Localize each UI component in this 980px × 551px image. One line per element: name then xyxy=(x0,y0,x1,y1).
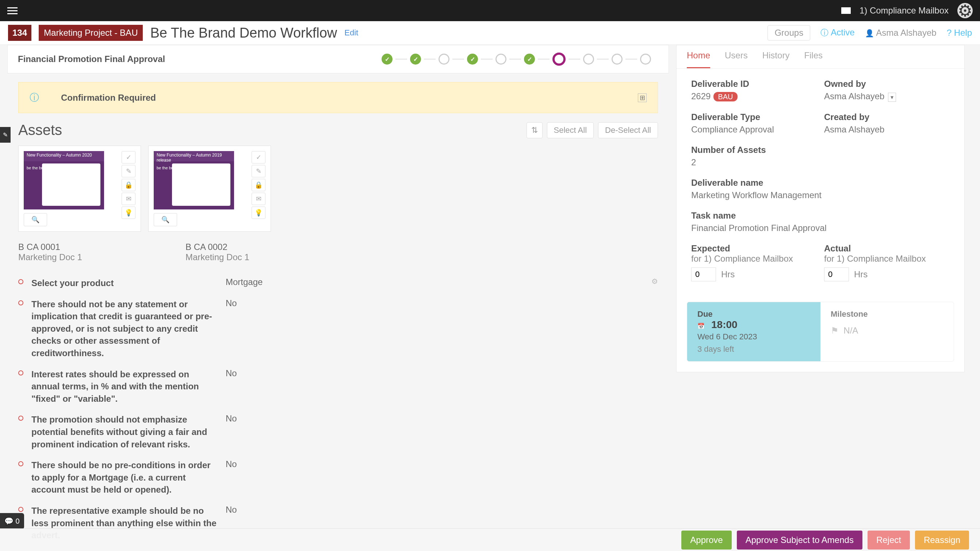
edit-link[interactable]: Edit xyxy=(344,28,358,38)
action-bar: Approve Approve Subject to Amends Reject… xyxy=(0,529,980,551)
owned-by-value: Asma Alshayeb xyxy=(824,91,885,101)
created-by-label: Created by xyxy=(824,112,950,122)
menu-icon[interactable] xyxy=(7,7,18,14)
asset-edit-icon[interactable]: ✎ xyxy=(251,165,266,177)
workflow-title: Be The Brand Demo Workflow xyxy=(150,25,337,41)
owner-dropdown-icon[interactable]: ▾ xyxy=(888,93,896,102)
chat-counter[interactable]: 💬 0 xyxy=(0,513,24,529)
stage-label: Financial Promotion Final Approval xyxy=(18,54,165,64)
bullet-icon xyxy=(18,507,23,512)
q4-answer: No xyxy=(226,459,237,469)
project-badge[interactable]: Marketing Project - BAU xyxy=(39,25,143,41)
bullet-icon xyxy=(18,300,23,305)
stage-step-4[interactable] xyxy=(467,54,478,65)
tab-history[interactable]: History xyxy=(762,50,790,68)
asset-edit-icon[interactable]: ✎ xyxy=(122,165,135,177)
asset-select-icon[interactable]: ✓ xyxy=(122,151,135,164)
workflow-header: 134 Marketing Project - BAU Be The Brand… xyxy=(0,21,980,45)
assets-sort-button[interactable]: ⇅ xyxy=(527,122,542,138)
alert-expand-button[interactable]: ⊞ xyxy=(638,94,647,102)
asset-annotate-icon[interactable]: ✉ xyxy=(122,193,135,205)
q5-answer: No xyxy=(226,505,237,515)
asset-card-1[interactable]: New Functionality – Autumn 2020 be the b… xyxy=(18,146,141,232)
due-date: Wed 6 Dec 2023 xyxy=(697,332,810,341)
q-product-config-icon[interactable]: ⚙ xyxy=(651,277,658,286)
deselect-all-button[interactable]: De-Select All xyxy=(598,122,658,138)
status-active: Active xyxy=(821,27,854,38)
flag-icon: ⚑ xyxy=(830,326,839,335)
asset-2-code: B CA 0002 xyxy=(186,242,308,252)
info-icon: ⓘ xyxy=(30,91,39,104)
asset-select-icon[interactable]: ✓ xyxy=(251,151,266,164)
stage-row: Financial Promotion Final Approval xyxy=(7,45,669,73)
bullet-icon xyxy=(18,461,23,466)
expected-hours-input[interactable] xyxy=(691,267,716,281)
asset-zoom-button[interactable]: 🔍 xyxy=(154,213,177,226)
asset-thumbnail-2[interactable]: New Functionality – Autumn 2019 release … xyxy=(154,151,234,210)
asset-1-name: Marketing Doc 1 xyxy=(18,252,141,262)
due-time: 18:00 xyxy=(711,319,738,330)
side-edit-tab[interactable]: ✎ xyxy=(0,127,11,143)
asset-1-code: B CA 0001 xyxy=(18,242,141,252)
num-assets-value: 2 xyxy=(691,157,950,167)
bullet-icon xyxy=(18,279,23,284)
stage-progress xyxy=(382,52,651,66)
q-product-label: Select your product xyxy=(32,277,218,289)
asset-idea-icon[interactable]: 💡 xyxy=(251,206,266,219)
milestone-value: N/A xyxy=(843,326,858,335)
task-name-value: Financial Promotion Final Approval xyxy=(691,223,950,233)
q3-label: The promotion should not emphasize poten… xyxy=(32,413,218,450)
q4-label: There should be no pre-conditions in ord… xyxy=(32,459,218,496)
q3-answer: No xyxy=(226,413,237,424)
actual-hours-input[interactable] xyxy=(824,267,849,281)
stage-step-2[interactable] xyxy=(410,54,421,65)
help-link[interactable]: Help xyxy=(947,28,972,38)
bullet-icon xyxy=(18,370,23,375)
asset-idea-icon[interactable]: 💡 xyxy=(122,206,135,219)
assets-heading: Assets xyxy=(18,122,62,138)
q1-answer: No xyxy=(226,298,237,308)
q1-label: There should not be any statement or imp… xyxy=(32,298,218,359)
topbar: 1) Compliance Mailbox xyxy=(0,0,980,21)
tab-users[interactable]: Users xyxy=(725,50,748,68)
stage-step-1[interactable] xyxy=(382,54,393,65)
task-name-label: Task name xyxy=(691,211,950,221)
q2-label: Interest rates should be expressed on an… xyxy=(32,368,218,405)
asset-card-2[interactable]: New Functionality – Autumn 2019 release … xyxy=(148,146,271,232)
reassign-button[interactable]: Reassign xyxy=(915,530,969,549)
deliverable-name-value: Marketing Workflow Management xyxy=(691,190,950,200)
deliverable-id-label: Deliverable ID xyxy=(691,79,817,89)
asset-thumbnail-1[interactable]: New Functionality – Autumn 2020 be the b… xyxy=(24,151,104,210)
deliverable-name-label: Deliverable name xyxy=(691,178,950,188)
stage-step-10[interactable] xyxy=(640,54,651,65)
stage-step-5[interactable] xyxy=(495,54,506,65)
tab-home[interactable]: Home xyxy=(687,50,710,68)
uk-flag-icon[interactable] xyxy=(841,7,851,14)
gear-icon[interactable] xyxy=(957,3,973,18)
approve-button[interactable]: Approve xyxy=(681,530,731,549)
groups-button[interactable]: Groups xyxy=(767,25,810,41)
asset-annotate-icon[interactable]: ✉ xyxy=(251,193,266,205)
q2-answer: No xyxy=(226,368,237,378)
select-all-button[interactable]: Select All xyxy=(547,122,594,138)
bullet-icon xyxy=(18,416,23,421)
asset-lock-icon[interactable]: 🔒 xyxy=(251,179,266,191)
stage-step-3[interactable] xyxy=(439,54,449,65)
deliverable-type-label: Deliverable Type xyxy=(691,112,817,122)
reject-button[interactable]: Reject xyxy=(867,530,910,549)
hrs-label: Hrs xyxy=(721,269,735,279)
stage-step-6[interactable] xyxy=(524,54,535,65)
stage-step-8[interactable] xyxy=(583,54,594,65)
user-mailbox-label: 1) Compliance Mailbox xyxy=(859,5,948,16)
approve-amends-button[interactable]: Approve Subject to Amends xyxy=(737,530,862,549)
stage-step-9[interactable] xyxy=(612,54,622,65)
tab-files[interactable]: Files xyxy=(804,50,822,68)
hrs-label: Hrs xyxy=(854,269,867,279)
asset-zoom-button[interactable]: 🔍 xyxy=(24,213,47,226)
stage-step-7-current[interactable] xyxy=(552,52,566,66)
thumb-strip: New Functionality – Autumn 2019 release xyxy=(154,151,234,161)
asset-lock-icon[interactable]: 🔒 xyxy=(122,179,135,191)
expected-label: Expected xyxy=(691,243,817,254)
deliverable-type-value: Compliance Approval xyxy=(691,124,817,135)
deliverable-id: 2629 xyxy=(691,91,711,101)
